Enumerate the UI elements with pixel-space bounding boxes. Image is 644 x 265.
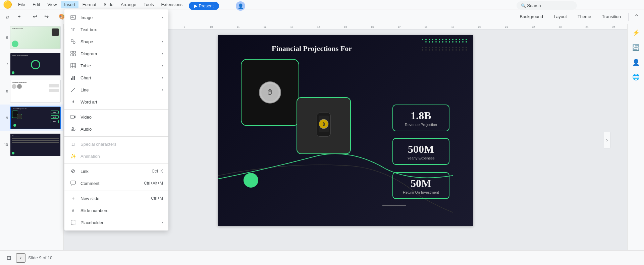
menu-item-video[interactable]: Video [64,111,168,123]
menu-item-text-box[interactable]: T Text box [64,23,168,36]
layout-button[interactable]: Layout [549,12,572,21]
grid-view-button[interactable]: ⊞ [4,253,13,263]
menu-item-shape[interactable]: Shape › [64,36,168,48]
menu-item-arrange[interactable]: Arrange [117,1,140,8]
video-label: Video [80,115,163,120]
link-label: Link [80,169,148,174]
photo-2: ₿ [297,97,351,154]
menu-item-table[interactable]: Table › [64,60,168,72]
menu-item-audio[interactable]: Audio [64,123,168,135]
collapse-toolbar-button[interactable]: ⌃ [631,12,641,22]
transition-button[interactable]: Transition [597,12,626,21]
menu-item-slide-numbers[interactable]: # Slide numbers [64,204,168,216]
globe-button[interactable]: 🌐 [630,71,642,83]
placeholder-icon [70,219,76,226]
menu-item-file[interactable]: File [15,1,29,8]
menu-item-format[interactable]: Format [79,1,100,8]
profile-button[interactable]: 👤 [630,56,642,68]
menu-item-extensions[interactable]: Extensions [158,1,186,8]
slide-preview-7: Unique Value Proposition [10,53,61,76]
undo-icon: ↩ [33,13,37,20]
diagram-icon [70,50,76,57]
image-arrow: › [162,15,163,20]
chevron-up-icon: ⌃ [634,13,639,20]
slide-preview-10: Conclusion [10,133,61,156]
toolbar-sep-slide [628,13,629,21]
expand-canvas-button[interactable]: › [604,132,610,148]
menu-item-new-slide[interactable]: + New slide Ctrl+M [64,192,168,204]
slide-thumbnail-6[interactable]: 6 Product Overview [0,24,63,51]
photo-1: ₿ [241,59,299,126]
zoom-icon: ⌕ [6,14,9,20]
new-slide-label: New slide [80,196,147,201]
audio-icon [70,126,76,132]
menu-item-view[interactable]: View [44,1,60,8]
zoom-button[interactable]: ⌕ [3,12,13,22]
background-button[interactable]: Background [515,12,547,21]
slide-thumbnail-10[interactable]: 10 Conclusion [0,131,63,158]
metric-box-revenue: 1.8B Revenue Projection [392,105,449,131]
animation-label: Animation [80,154,163,159]
menu-item-slide[interactable]: Slide [100,1,117,8]
lightning-button[interactable]: ⚡ [630,27,642,39]
menu-item-placeholder[interactable]: Placeholder › [64,216,168,228]
menu-item-diagram[interactable]: Diagram › [64,48,168,60]
svg-rect-23 [74,76,75,80]
new-slide-icon: + [70,195,76,202]
sync-button[interactable]: 🔄 [630,42,642,54]
special-chars-icon: Ω [70,141,76,147]
redo-button[interactable]: ↪ [41,12,51,22]
menu-item-edit[interactable]: Edit [29,1,43,8]
chevron-left-button[interactable]: ‹ [16,253,25,263]
slide-thumbnail-8[interactable]: 8 Customer Testimonials [0,78,63,105]
menu-item-special-chars: Ω Special characters [64,138,168,150]
placeholder-arrow: › [162,220,163,225]
plus-icon: + [17,14,20,20]
svg-point-11 [73,42,75,44]
menu-item-word-art[interactable]: A Word art [64,96,168,108]
svg-rect-29 [71,220,75,224]
menu-item-image[interactable]: Image › [64,11,168,23]
slide-thumbnail-9[interactable]: 9 Financial Projections For 1.8B 500M 50… [0,105,63,131]
slide-thumbnail-7[interactable]: 7 Unique Value Proposition [0,51,63,78]
slide-numbers-icon: # [70,207,76,214]
menu-item-chart[interactable]: Chart › [64,72,168,84]
theme-button[interactable]: Theme [573,12,596,21]
menu-item-animation: ✨ Animation [64,150,168,162]
chart-label: Chart [80,75,158,80]
table-arrow: › [162,63,163,68]
slide-preview-9: Financial Projections For 1.8B 500M 50M [10,107,61,129]
add-button[interactable]: + [14,12,24,22]
present-button[interactable]: ▶ Present [189,2,219,10]
table-label: Table [80,63,158,68]
divider-3 [64,163,168,164]
slide-numbers-label: Slide numbers [80,208,163,213]
undo-button[interactable]: ↩ [30,12,40,22]
special-chars-label: Special characters [80,142,163,147]
dot-pattern-green [422,39,468,43]
menu-item-tools[interactable]: Tools [140,1,157,8]
svg-rect-8 [71,15,75,19]
image-label: Image [80,15,158,20]
slide-canvas[interactable]: Financial Projections For ₿ ₿ 1.8B Reven… [218,35,473,226]
divider-4 [64,191,168,191]
menu-item-link[interactable]: Link Ctrl+K [64,165,168,177]
shape-icon [70,38,76,45]
search-bar[interactable]: 🔍 Search [517,1,577,10]
comment-label: Comment [80,181,140,186]
new-slide-shortcut: Ctrl+M [151,196,163,201]
metric-box-expenses: 500M Yearly Expenses [392,138,449,165]
svg-rect-26 [72,127,73,130]
comment-icon [70,180,76,187]
svg-rect-28 [71,181,75,184]
menu-item-comment[interactable]: Comment Ctrl+Alt+M [64,177,168,189]
svg-rect-10 [71,40,73,42]
diagram-arrow: › [162,51,163,56]
app-logo: 🟡 [3,0,12,9]
table-icon [70,62,76,69]
menu-item-line[interactable]: Line › [64,84,168,96]
bottom-bar: ⊞ ‹ Slide 9 of 10 [0,250,644,265]
divider-2 [64,136,168,137]
menu-item-insert[interactable]: Insert [61,1,78,8]
image-icon [70,14,76,21]
